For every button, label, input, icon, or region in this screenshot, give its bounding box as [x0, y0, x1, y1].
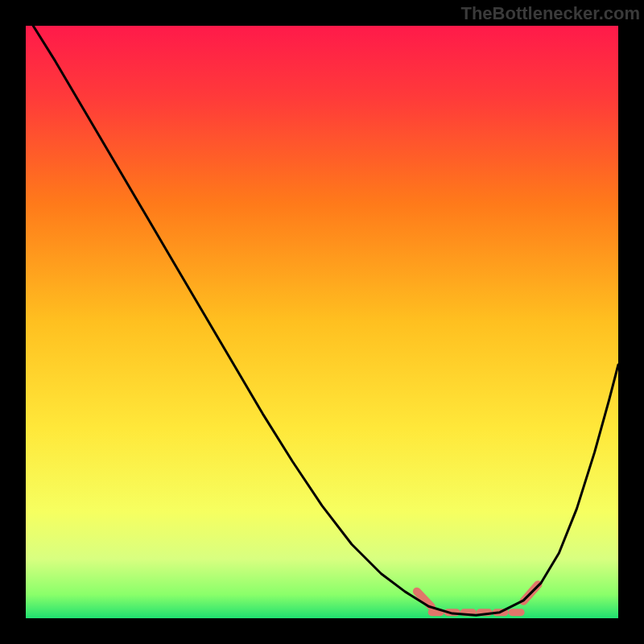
- attribution-text: TheBottlenecker.com: [460, 3, 640, 23]
- heatmap-gradient: [26, 26, 618, 618]
- bottleneck-chart: TheBottlenecker.com: [0, 0, 644, 644]
